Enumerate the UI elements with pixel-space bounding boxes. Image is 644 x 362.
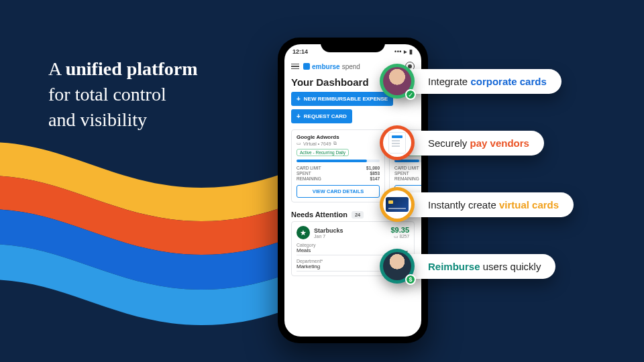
- checkmark-icon: ✓: [405, 89, 416, 100]
- brand-name: emburse: [312, 63, 340, 70]
- headline-line3: and visibility: [48, 107, 197, 133]
- feature-list: ✓ Integrate corporate cards Securely pay…: [397, 64, 574, 283]
- feature-pill: Reimburse users quickly: [397, 254, 555, 279]
- merchant-name: Starbucks: [314, 227, 343, 234]
- status-indicators: ••• ▸ ▮: [394, 48, 413, 55]
- feature-pay-vendors: Securely pay vendors: [397, 126, 574, 160]
- dollar-icon: $: [405, 274, 416, 285]
- plus-icon: +: [297, 114, 301, 119]
- brand-sub: spend: [342, 63, 360, 70]
- card-icon: [386, 197, 409, 212]
- needs-attention-count: 24: [352, 211, 364, 219]
- status-time: 12:14: [292, 48, 308, 55]
- brand-mark-icon: [303, 63, 310, 70]
- field-label: Category: [297, 243, 409, 247]
- feature-virtual-cards: Instantly create virtual cards: [397, 188, 574, 221]
- card-progress: [297, 160, 380, 162]
- merchant-logo-icon: ★: [297, 226, 310, 239]
- view-card-details-button[interactable]: VIEW CARD DETAILS: [297, 185, 380, 198]
- feature-badge: ✓: [380, 64, 415, 99]
- menu-icon[interactable]: [291, 64, 299, 70]
- headline-line1-bold: unified platform: [66, 58, 198, 79]
- invoice-icon: [388, 132, 406, 154]
- feature-pill: Securely pay vendors: [397, 131, 544, 156]
- headline: A unified platform for total control and…: [48, 56, 197, 132]
- feature-badge: $: [380, 249, 415, 284]
- feature-pill: Instantly create virtual cards: [397, 192, 574, 217]
- card-status: Active - Recurring Daily: [297, 149, 349, 156]
- plus-icon: +: [297, 97, 301, 102]
- spend-card[interactable]: Google Adwords ▭ Virtual • 7649 ⧉ Active…: [291, 129, 385, 202]
- card-title: Google Adwords: [297, 134, 380, 140]
- card-meta: ▭ Virtual • 7649 ⧉: [297, 141, 380, 146]
- phone-notch: [321, 38, 385, 52]
- new-expense-button[interactable]: + NEW REIMBURSABLE EXPENSE: [291, 92, 393, 106]
- card-metrics: CARD LIMIT$1,000 SPENT$853 REMAINING$147: [297, 166, 380, 181]
- new-expense-label: NEW REIMBURSABLE EXPENSE: [304, 96, 388, 102]
- transaction-date: Jan 7: [314, 234, 343, 239]
- request-card-button[interactable]: + REQUEST CARD: [291, 109, 352, 123]
- feature-reimburse: $ Reimburse users quickly: [397, 249, 574, 283]
- feature-corporate-cards: ✓ Integrate corporate cards: [397, 64, 574, 98]
- headline-line1-prefix: A: [48, 58, 66, 79]
- headline-line2: for total control: [48, 82, 197, 107]
- feature-badge: [380, 187, 415, 222]
- needs-attention-title: Needs Attention: [291, 210, 347, 219]
- feature-badge: [380, 125, 415, 160]
- feature-pill: Integrate corporate cards: [397, 69, 561, 94]
- brand-logo: emburse spend: [303, 63, 360, 70]
- request-card-label: REQUEST CARD: [304, 113, 347, 119]
